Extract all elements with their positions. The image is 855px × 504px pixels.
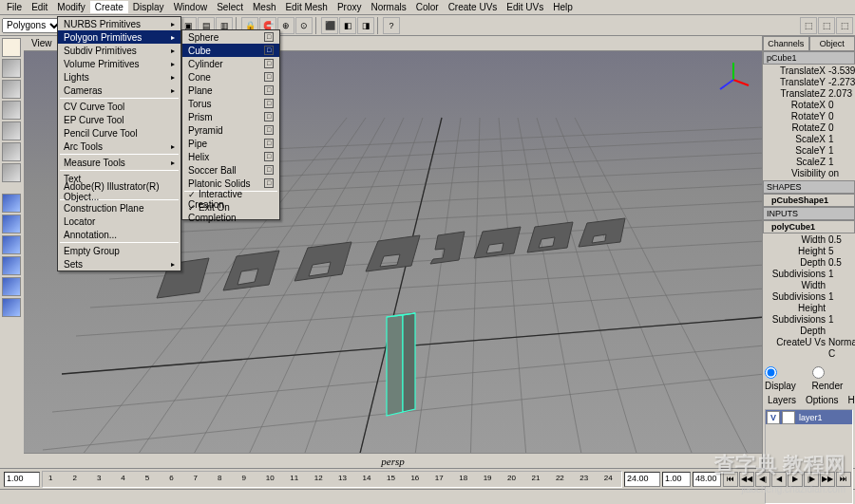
submenu-item[interactable]: Cone□: [182, 70, 279, 84]
layer-type-icon[interactable]: [782, 411, 795, 424]
submenu-item[interactable]: Helix□: [182, 150, 279, 163]
attr-value[interactable]: on: [826, 168, 852, 179]
submenu-item[interactable]: Exit On Completion: [182, 206, 279, 219]
menu-color[interactable]: Color: [411, 1, 444, 13]
menu-item[interactable]: Cameras: [58, 84, 180, 97]
layout-outliner-icon[interactable]: [2, 256, 21, 275]
menu-normals[interactable]: Normals: [366, 1, 410, 13]
menu-item[interactable]: NURBS Primitives: [58, 17, 180, 30]
menu-edit mesh[interactable]: Edit Mesh: [280, 1, 332, 13]
submenu-item[interactable]: Plane□: [182, 84, 279, 97]
layout-hyper-icon[interactable]: [2, 277, 21, 296]
tab-object[interactable]: Object: [809, 36, 856, 51]
shape-node[interactable]: pCubeShape1: [763, 194, 855, 207]
attr-value[interactable]: -2.273: [826, 77, 852, 88]
menu-mesh[interactable]: Mesh: [248, 1, 280, 13]
attr-value[interactable]: 1: [826, 291, 852, 314]
menu-select[interactable]: Select: [212, 1, 248, 13]
range-end-field[interactable]: 24.00: [624, 472, 660, 487]
attr-value[interactable]: Normalize C: [826, 337, 852, 360]
module-selector[interactable]: Polygons: [2, 18, 63, 33]
submenu-item[interactable]: Platonic Solids□: [182, 177, 279, 190]
submenu-item[interactable]: Soccer Ball□: [182, 163, 279, 177]
submenu-item[interactable]: Pipe□: [182, 137, 279, 150]
menu-edit[interactable]: Edit: [27, 1, 52, 13]
submenu-item[interactable]: Cube□: [182, 44, 279, 57]
manip-tool-icon[interactable]: [2, 142, 21, 161]
select-tool-icon[interactable]: [2, 38, 21, 57]
move-tool-icon[interactable]: [2, 80, 21, 99]
tool-icon[interactable]: ⬚: [818, 17, 835, 34]
tool-icon[interactable]: ⬚: [800, 17, 817, 34]
tab-channels[interactable]: Channels: [763, 36, 809, 51]
menu-edit uvs[interactable]: Edit UVs: [502, 1, 548, 13]
menu-window[interactable]: Window: [169, 1, 213, 13]
node-name[interactable]: pCube1: [763, 51, 855, 65]
tool-icon[interactable]: ⊙: [295, 17, 313, 34]
attr-value[interactable]: -3.539: [826, 65, 852, 77]
attr-value[interactable]: 1: [826, 134, 852, 145]
menu-item[interactable]: Annotation...: [58, 228, 180, 241]
menu-item[interactable]: Locator: [58, 215, 180, 228]
submenu-item[interactable]: Torus□: [182, 97, 279, 110]
menu-create[interactable]: Create: [90, 1, 128, 13]
menu-item[interactable]: Measure Tools: [58, 156, 180, 169]
menu-item[interactable]: Volume Primitives: [58, 57, 180, 70]
attr-value[interactable]: 1: [826, 157, 852, 168]
layer-menu-item[interactable]: Layers: [765, 395, 799, 405]
menu-modify[interactable]: Modify: [52, 1, 89, 13]
menu-create uvs[interactable]: Create UVs: [444, 1, 503, 13]
layout-graph-icon[interactable]: [2, 298, 21, 317]
rotate-tool-icon[interactable]: [2, 101, 21, 120]
timeline-ruler[interactable]: 123456789101112131415161718192021222324: [42, 471, 622, 488]
attr-value[interactable]: 0: [826, 100, 852, 111]
menu-item[interactable]: Sets: [58, 257, 180, 271]
tool-icon[interactable]: ⬛: [321, 17, 338, 34]
attr-value[interactable]: 0.5: [826, 257, 852, 269]
menu-item[interactable]: Pencil Curve Tool: [58, 126, 180, 140]
menu-item[interactable]: Arc Tools: [58, 140, 180, 153]
layout-persp-icon[interactable]: [2, 235, 21, 254]
menu-item[interactable]: CV Curve Tool: [58, 100, 180, 113]
tool-icon[interactable]: ◧: [339, 17, 356, 34]
render-radio[interactable]: Render: [812, 366, 854, 391]
attr-value[interactable]: 1: [826, 314, 852, 337]
menu-item[interactable]: EP Curve Tool: [58, 113, 180, 126]
attr-value[interactable]: 0: [826, 111, 852, 122]
soft-tool-icon[interactable]: [2, 163, 21, 182]
menu-file[interactable]: File: [2, 1, 27, 13]
display-radio[interactable]: Display: [765, 366, 807, 391]
input-node[interactable]: polyCube1: [763, 220, 855, 233]
menu-item[interactable]: Construction Plane: [58, 201, 180, 215]
submenu-item[interactable]: Cylinder□: [182, 57, 279, 70]
command-line[interactable]: [0, 489, 855, 504]
layer-visibility-icon[interactable]: V: [767, 411, 780, 424]
attr-value[interactable]: 1: [826, 269, 852, 291]
attr-value[interactable]: 2.073: [826, 88, 852, 100]
menu-item[interactable]: Lights: [58, 70, 180, 84]
layer-menu-item[interactable]: Options: [803, 395, 841, 405]
attr-value[interactable]: 0.5: [826, 234, 852, 246]
menu-item[interactable]: Subdiv Primitives: [58, 44, 180, 57]
layout-four-icon[interactable]: [2, 215, 21, 233]
layer-row[interactable]: V layer1: [766, 410, 852, 424]
tool-icon[interactable]: ⬚: [836, 17, 853, 34]
tool-icon[interactable]: ?: [383, 17, 400, 34]
submenu-item[interactable]: Pyramid□: [182, 123, 279, 137]
attr-value[interactable]: 5: [826, 246, 852, 257]
range-start-field[interactable]: 1.00: [4, 472, 40, 487]
menu-display[interactable]: Display: [128, 1, 169, 13]
attr-value[interactable]: 1: [826, 145, 852, 157]
menu-item[interactable]: Empty Group: [58, 244, 180, 257]
layout-single-icon[interactable]: [2, 194, 21, 213]
menu-proxy[interactable]: Proxy: [332, 1, 367, 13]
menu-help[interactable]: Help: [548, 1, 578, 13]
anim-start-field[interactable]: 1.00: [662, 472, 691, 487]
tool-icon[interactable]: ◨: [357, 17, 374, 34]
menu-item[interactable]: Adobe(R) Illustrator(R) Object...: [58, 185, 180, 198]
viewport-menu-item[interactable]: View: [28, 38, 56, 48]
menu-item[interactable]: Polygon Primitives: [58, 30, 180, 44]
scale-tool-icon[interactable]: [2, 121, 21, 140]
lasso-tool-icon[interactable]: [2, 59, 21, 78]
submenu-item[interactable]: Sphere□: [182, 30, 279, 44]
